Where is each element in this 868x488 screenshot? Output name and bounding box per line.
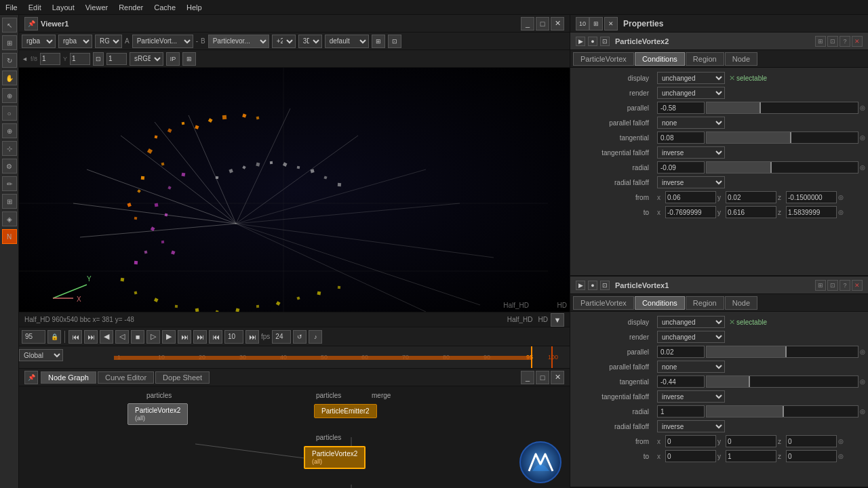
props-close-btn[interactable]: ✕ [604,17,618,30]
p1-to-anim-icon[interactable]: ◎ [838,209,844,216]
p1-eye-btn[interactable]: ● [588,37,597,46]
props-10-btn[interactable]: 10 [576,17,589,30]
tool-xyz[interactable]: ⊞ [2,194,17,209]
p1-tangential-input[interactable]: 0.08 [657,131,705,144]
scale-input[interactable] [106,53,127,65]
p1-tab-node[interactable]: Node [725,52,757,66]
p1-tangential-falloff-select[interactable]: inverse [657,146,725,159]
tab-dope-sheet[interactable]: Dope Sheet [155,371,210,384]
tool-settings[interactable]: ⚙ [2,159,17,174]
audio-btn[interactable]: ♪ [309,330,322,344]
colorspace-select[interactable]: RGB [95,35,122,48]
lut-select[interactable]: default [325,35,369,48]
p2-to-y-input[interactable]: 1 [726,450,776,462]
p1-from-z-input[interactable]: -0.1500000 [786,191,837,203]
p2-collapse-btn[interactable]: ▶ [576,281,585,290]
fps-input[interactable] [272,330,291,344]
p2-cache-btn[interactable]: ⊡ [600,281,610,290]
p1-tang-anim-icon[interactable]: ◎ [860,134,865,141]
gain-select[interactable]: +2 [272,35,296,48]
play-fwd2-btn[interactable]: ⏭ [245,330,259,344]
p1-tab-region[interactable]: Region [686,52,724,66]
p1-to-y-input[interactable]: 0.616 [726,206,776,218]
p2-from-y-input[interactable]: 0 [726,435,776,447]
play-fwd-btn[interactable]: ▶ [162,330,176,344]
jump-start-btn[interactable]: ⏮ [68,330,82,344]
menu-file[interactable]: File [5,3,18,12]
loop-btn[interactable]: ↺ [293,330,307,344]
node-particle-vortex2-all[interactable]: ParticleVortex2(all) [127,403,188,425]
menu-cache[interactable]: Cache [154,3,176,12]
frame-current[interactable] [22,330,45,344]
p2-tab-particlevortex[interactable]: ParticleVortex [573,296,634,310]
menu-help[interactable]: Help [186,3,202,12]
channel-select-2[interactable]: rgba [58,35,92,48]
viewer-max-btn[interactable]: □ [536,17,549,30]
projection-select[interactable]: 3D [298,35,322,48]
p2-to-z-input[interactable]: 0 [786,450,837,462]
tool-viewer[interactable]: ⊞ [2,35,17,50]
menu-edit[interactable]: Edit [28,3,41,12]
p1-close-btn[interactable]: ✕ [852,36,863,47]
menu-layout[interactable]: Layout [52,3,75,12]
p1-icon1[interactable]: ⊞ [815,36,826,47]
tool-node[interactable]: ◈ [2,211,17,226]
p1-icon3[interactable]: ? [840,36,850,47]
tool-zoom[interactable]: ⊕ [2,88,17,103]
tool-circle[interactable]: ○ [2,106,17,121]
p2-parallel-input[interactable]: 0.02 [657,346,705,358]
global-select[interactable]: Global [19,349,63,361]
p2-icon3[interactable]: ? [840,280,850,291]
tool-transform[interactable]: ⊕ [2,123,17,138]
y-input[interactable] [70,53,90,65]
p2-from-x-input[interactable]: 0 [665,435,716,447]
p2-tangential-falloff-select[interactable]: inverse [657,390,725,403]
timeline-lock-btn[interactable]: 🔒 [47,330,61,344]
p2-tab-conditions[interactable]: Conditions [635,296,685,310]
channel-select-1[interactable]: rgba [22,35,56,48]
node-a-select[interactable]: ParticleVort... [132,35,193,48]
next-frame-btn[interactable]: ▷ [146,330,160,344]
play-back-btn[interactable]: ◀ [100,330,113,344]
p1-from-y-input[interactable]: 0.02 [726,191,776,203]
p2-parallel-anim-icon[interactable]: ◎ [860,348,865,355]
p2-icon1[interactable]: ⊞ [815,280,826,291]
node-editor-max[interactable]: □ [536,371,549,384]
p2-tab-region[interactable]: Region [686,296,724,310]
p1-parallel-input[interactable]: -0.58 [657,102,705,114]
frame-input[interactable] [40,53,60,65]
p1-from-x-input[interactable]: 0.06 [665,191,716,203]
viewer-safe-btn[interactable]: ⊡ [388,35,401,48]
node-editor-pin[interactable]: 📌 [24,371,38,384]
p1-collapse-btn[interactable]: ▶ [576,37,585,46]
p1-icon2[interactable]: ⊡ [827,36,838,47]
prev-keyframe-btn[interactable]: ⏭ [84,330,98,344]
tool-pan[interactable]: ✋ [2,70,17,85]
viewer-min-btn[interactable]: _ [521,17,534,30]
p2-tab-node[interactable]: Node [725,296,757,310]
p2-render-select[interactable]: unchanged [657,331,725,343]
p1-radial-input[interactable]: -0.09 [657,161,705,174]
stop-btn[interactable]: ■ [131,330,144,344]
props-icon-btn[interactable]: ⊞ [589,17,603,30]
p2-close-btn[interactable]: ✕ [852,280,863,291]
tool-paint[interactable]: ✏ [2,176,17,191]
p2-to-x-input[interactable]: 0 [665,450,716,462]
p2-tangential-input[interactable]: -0.44 [657,375,705,388]
viewer-format-btn[interactable]: ⊞ [372,35,385,48]
p1-parallel-falloff-select[interactable]: none [657,117,725,129]
colorout-select[interactable]: sRGB [130,52,163,66]
p1-tab-particlevortex[interactable]: ParticleVortex [573,52,634,66]
p2-from-z-input[interactable]: 0 [786,435,837,447]
p2-to-anim-icon[interactable]: ◎ [838,453,844,460]
tool-arrow[interactable]: ↖ [2,18,17,33]
tool-rotate[interactable]: ↻ [2,53,17,68]
play-back2-btn[interactable]: ⏮ [209,330,222,344]
p2-radial-input[interactable]: 1 [657,405,705,418]
node-editor-canvas[interactable]: particles ParticleVortex2(all) particles… [19,386,570,488]
node-b-select[interactable]: Particlevor... [208,35,269,48]
viewer-canvas[interactable]: Y X [19,68,570,312]
tool-move[interactable]: ⊹ [2,141,17,156]
menu-viewer[interactable]: Viewer [85,3,108,12]
p2-parallel-falloff-select[interactable]: none [657,361,725,373]
